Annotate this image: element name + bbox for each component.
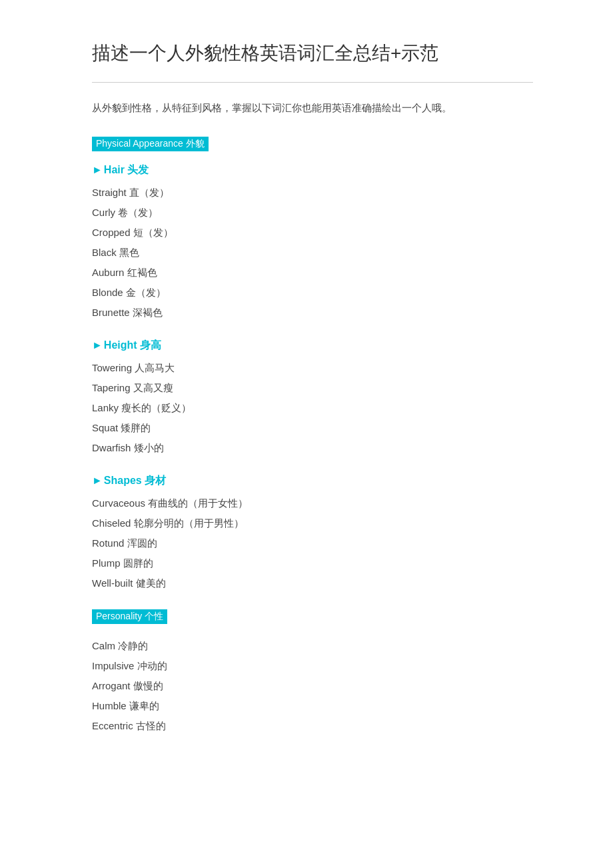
subsection-shapes: ►Shapes 身材Curvaceous 有曲线的（用于女性）Chiseled … [92, 474, 533, 593]
vocab-item: Cropped 短（发） [92, 223, 533, 243]
vocab-item: Tapering 又高又瘦 [92, 378, 533, 398]
vocab-item: Humble 谦卑的 [92, 696, 533, 716]
subsection-title-shapes: ►Shapes 身材 [92, 474, 533, 488]
vocab-item: Curvaceous 有曲线的（用于女性） [92, 493, 533, 513]
subsection-height: ►Height 身高Towering 人高马大Tapering 又高又瘦Lank… [92, 339, 533, 458]
subsection-personality-items: Calm 冷静的Impulsive 冲动的Arrogant 傲慢的Humble … [92, 636, 533, 736]
vocab-item: Black 黑色 [92, 243, 533, 263]
vocab-item: Brunette 深褐色 [92, 303, 533, 323]
subsection-title-hair: ►Hair 头发 [92, 163, 533, 177]
vocab-item: Calm 冷静的 [92, 636, 533, 656]
subsection-title-height: ►Height 身高 [92, 339, 533, 353]
vocab-item: Chiseled 轮廓分明的（用于男性） [92, 513, 533, 533]
arrow-icon: ► [92, 164, 103, 175]
content-sections: Physical Appearance 外貌►Hair 头发Straight 直… [92, 137, 533, 736]
page-title: 描述一个人外貌性格英语词汇全总结+示范 [92, 40, 533, 66]
vocab-item: Squat 矮胖的 [92, 418, 533, 438]
divider [92, 82, 533, 83]
vocab-item: Arrogant 傲慢的 [92, 676, 533, 696]
vocab-list-shapes: Curvaceous 有曲线的（用于女性）Chiseled 轮廓分明的（用于男性… [92, 493, 533, 593]
arrow-icon: ► [92, 475, 103, 486]
vocab-item: Towering 人高马大 [92, 358, 533, 378]
vocab-item: Eccentric 古怪的 [92, 716, 533, 736]
vocab-list-personality-items: Calm 冷静的Impulsive 冲动的Arrogant 傲慢的Humble … [92, 636, 533, 736]
vocab-list-height: Towering 人高马大Tapering 又高又瘦Lanky 瘦长的（贬义）S… [92, 358, 533, 458]
vocab-list-hair: Straight 直（发）Curly 卷（发）Cropped 短（发）Black… [92, 183, 533, 323]
arrow-icon: ► [92, 339, 103, 351]
vocab-item: Curly 卷（发） [92, 203, 533, 223]
vocab-item: Plump 圆胖的 [92, 553, 533, 573]
vocab-item: Blonde 金（发） [92, 283, 533, 303]
vocab-item: Well-built 健美的 [92, 573, 533, 593]
vocab-item: Auburn 红褐色 [92, 263, 533, 283]
vocab-item: Rotund 浑圆的 [92, 533, 533, 553]
subsection-hair: ►Hair 头发Straight 直（发）Curly 卷（发）Cropped 短… [92, 163, 533, 323]
section-header-personality: Personality 个性 [92, 609, 167, 624]
section-header-physical-appearance: Physical Appearance 外貌 [92, 137, 209, 151]
vocab-item: Straight 直（发） [92, 183, 533, 203]
vocab-item: Dwarfish 矮小的 [92, 438, 533, 458]
intro-text: 从外貌到性格，从特征到风格，掌握以下词汇你也能用英语准确描绘出一个人哦。 [92, 99, 533, 118]
vocab-item: Impulsive 冲动的 [92, 656, 533, 676]
vocab-item: Lanky 瘦长的（贬义） [92, 398, 533, 418]
